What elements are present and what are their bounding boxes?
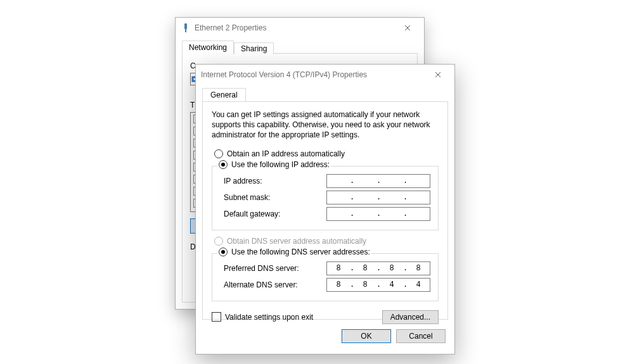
radio-use-following-dns[interactable]: Use the following DNS server addresses:	[217, 248, 371, 256]
ipv4-close-button[interactable]	[425, 67, 451, 82]
ipv4-properties-window: Internet Protocol Version 4 (TCP/IPv4) P…	[195, 64, 455, 355]
cancel-button[interactable]: Cancel	[396, 329, 446, 343]
subnet-mask-input[interactable]: . . .	[326, 191, 430, 204]
ipv4-title: Internet Protocol Version 4 (TCP/IPv4) P…	[201, 70, 367, 79]
default-gateway-label: Default gateway:	[220, 210, 326, 218]
radio-icon	[219, 160, 228, 169]
tab-networking[interactable]: Networking	[182, 41, 234, 54]
radio-obtain-ip-auto[interactable]: Obtain an IP address automatically	[214, 149, 439, 158]
svg-rect-1	[185, 29, 186, 32]
checkbox-icon	[212, 312, 221, 322]
ethernet-tabstrip: Networking Sharing	[182, 39, 418, 53]
radio-label: Use the following IP address:	[231, 160, 330, 169]
ip-settings-description: You can get IP settings assigned automat…	[212, 110, 439, 141]
ip-octet[interactable]: 4	[407, 280, 430, 289]
ipv4-titlebar[interactable]: Internet Protocol Version 4 (TCP/IPv4) P…	[196, 65, 454, 84]
preferred-dns-input[interactable]: 8. 8. 8. 8	[326, 261, 430, 275]
ip-octet[interactable]: 8	[327, 264, 350, 273]
validate-settings-label: Validate settings upon exit	[225, 313, 313, 322]
radio-icon	[214, 149, 223, 158]
alternate-dns-label: Alternate DNS server:	[220, 280, 326, 289]
ethernet-close-button[interactable]	[395, 20, 420, 35]
dialog-footer: OK Cancel	[202, 325, 448, 348]
tab-general[interactable]: General	[202, 88, 246, 102]
ip-octet[interactable]: 8	[380, 264, 403, 273]
ip-address-label: IP address:	[220, 177, 326, 185]
radio-label: Use the following DNS server addresses:	[231, 248, 370, 256]
radio-label: Obtain an IP address automatically	[227, 149, 345, 158]
ethernet-title: Ethernet 2 Properties	[195, 23, 266, 32]
radio-obtain-dns-auto: Obtain DNS server address automatically	[214, 237, 439, 246]
validate-settings-checkbox[interactable]: Validate settings upon exit	[212, 312, 313, 322]
svg-rect-0	[184, 23, 187, 29]
ethernet-titlebar[interactable]: Ethernet 2 Properties	[176, 18, 424, 37]
ip-address-input[interactable]: . . .	[326, 174, 430, 188]
ok-button[interactable]: OK	[342, 329, 391, 343]
ip-octet[interactable]: 8	[407, 264, 430, 273]
advanced-button[interactable]: Advanced...	[382, 310, 439, 324]
tab-sharing[interactable]: Sharing	[234, 42, 274, 54]
ip-octet[interactable]: 8	[327, 280, 350, 289]
dns-group: Use the following DNS server addresses: …	[212, 253, 439, 301]
preferred-dns-label: Preferred DNS server:	[220, 264, 326, 273]
ethernet-icon	[181, 23, 191, 33]
close-icon	[435, 72, 441, 78]
general-pane: You can get IP settings assigned automat…	[202, 101, 448, 320]
radio-label: Obtain DNS server address automatically	[227, 237, 366, 246]
default-gateway-input[interactable]: . . .	[326, 207, 430, 221]
radio-use-following-ip[interactable]: Use the following IP address:	[217, 160, 331, 169]
ip-octet[interactable]: 8	[354, 280, 376, 289]
radio-icon	[219, 248, 228, 256]
ip-octet[interactable]: 8	[354, 264, 376, 273]
alternate-dns-input[interactable]: 8. 8. 4. 4	[326, 278, 430, 292]
ip-octet[interactable]: 4	[380, 280, 403, 289]
ipv4-tabstrip: General	[202, 87, 448, 101]
close-icon	[404, 25, 411, 31]
subnet-mask-label: Subnet mask:	[220, 193, 326, 202]
ip-address-group: Use the following IP address: IP address…	[212, 166, 439, 230]
radio-icon	[214, 237, 223, 246]
